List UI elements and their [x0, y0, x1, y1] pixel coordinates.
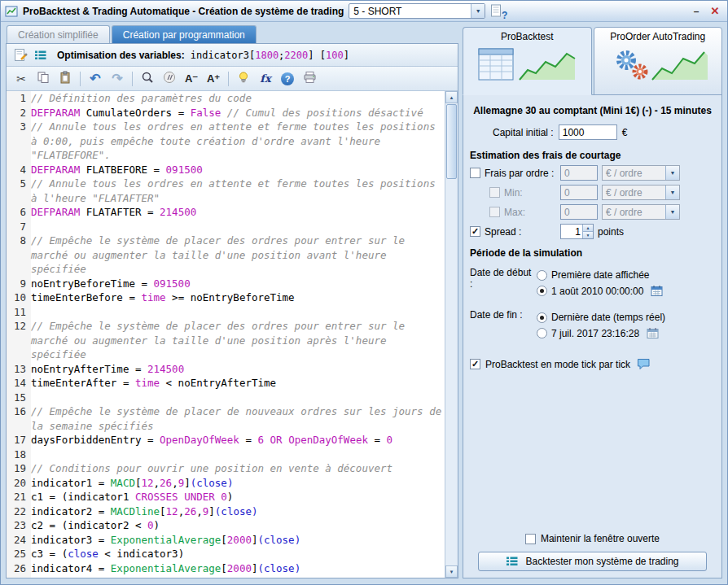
fees-min-unit-select[interactable]: € / ordre ▼ [602, 185, 680, 200]
app-icon [5, 5, 18, 18]
code-line[interactable]: 5// Annule tous les ordres en attente et… [7, 177, 445, 205]
vertical-scrollbar[interactable]: ▲ ▼ [445, 91, 458, 578]
start-first-date-radio[interactable] [537, 270, 547, 281]
tab-proorder-autotrading[interactable]: ProOrder AutoTrading [594, 27, 723, 95]
spread-input[interactable] [561, 225, 582, 238]
code-line[interactable]: 24indicator3 = ExponentialAverage[2000](… [7, 533, 445, 548]
print-button[interactable] [300, 69, 319, 89]
redo-button[interactable]: ↷ [107, 69, 127, 89]
fees-min-checkbox[interactable] [489, 187, 500, 198]
scrollbar-thumb[interactable] [446, 104, 457, 179]
fees-per-order-checkbox[interactable] [470, 168, 480, 178]
code-line[interactable]: 17daysForbiddenEntry = OpenDayOfWeek = 6… [7, 433, 445, 447]
code-line[interactable]: 15 [7, 391, 445, 405]
code-line[interactable]: 12// Empêche le système de placer des or… [7, 319, 445, 362]
code-text: // Empêche le système de placer de nouve… [31, 404, 445, 433]
optimization-settings-icon[interactable] [11, 46, 29, 64]
suggestion-button[interactable] [234, 69, 253, 89]
spread-spin-buttons: ▲ ▼ [582, 225, 593, 238]
chevron-down-icon[interactable]: ▼ [665, 186, 679, 199]
tick-mode-checkbox[interactable]: ✓ [470, 359, 480, 369]
line-number: 26 [7, 561, 31, 576]
optimisation-value[interactable]: indicator3[1800;2200] [100] [191, 50, 349, 61]
fees-max-checkbox[interactable] [489, 207, 500, 217]
speech-bubble-icon[interactable] [637, 358, 651, 370]
code-line[interactable]: 25c3 = (close < indicator3) [7, 547, 445, 561]
toolbar-separator [80, 72, 81, 86]
code-line[interactable]: 10timeEnterBefore = time >= noEntryBefor… [7, 290, 445, 305]
code-line[interactable]: 9noEntryBeforeTime = 091500 [7, 277, 445, 291]
cut-button[interactable]: ✂ [11, 69, 31, 89]
code-line[interactable]: 13noEntryAfterTime = 214500 [7, 362, 445, 377]
capital-input[interactable] [559, 124, 617, 140]
code-line[interactable]: 4DEFPARAM FLATBEFORE = 091500 [7, 163, 445, 177]
tab-creation-programmation[interactable]: Création par programmation [112, 25, 257, 43]
end-custom-date-radio[interactable] [537, 328, 547, 338]
code-line[interactable]: 8// Empêche le système de placer des ord… [7, 234, 445, 277]
code-line[interactable]: 11 [7, 305, 445, 320]
insert-function-button[interactable]: fx [256, 69, 275, 89]
minimize-button[interactable]: – [688, 4, 704, 19]
end-calendar-button[interactable] [647, 327, 660, 339]
fees-max-unit-select[interactable]: € / ordre ▼ [602, 204, 680, 220]
spin-down-button[interactable]: ▼ [583, 231, 593, 238]
fees-unit-value: € / ordre [603, 186, 665, 199]
tab-probacktest[interactable]: ProBacktest [463, 27, 592, 95]
fees-min-input[interactable] [560, 185, 598, 200]
code-text [31, 220, 445, 234]
spin-up-button[interactable]: ▲ [583, 225, 593, 231]
fees-max-input[interactable] [560, 204, 598, 220]
code-line[interactable]: 27indicator5 = ExponentialAverage[2000](… [7, 575, 445, 578]
trading-system-select[interactable]: 5 - SHORT ▼ [349, 3, 485, 19]
mode-tabs: ProBacktest ProOrder AutoTrading [463, 27, 722, 95]
backtest-button[interactable]: Backtester mon système de trading [478, 552, 707, 571]
code-lines[interactable]: 1// Définition des paramètres du code2DE… [7, 91, 445, 578]
decrease-font-button[interactable]: A⁻ [182, 69, 201, 89]
variables-list-icon[interactable] [32, 46, 50, 64]
chevron-down-icon[interactable]: ▼ [665, 205, 679, 219]
close-button[interactable]: ✕ [707, 4, 723, 19]
end-realtime-radio[interactable] [537, 312, 547, 323]
start-custom-date-radio[interactable] [537, 286, 547, 296]
chevron-down-icon[interactable]: ▼ [471, 4, 485, 18]
start-first-date-option: Première date affichée [537, 269, 715, 281]
line-number: 13 [7, 362, 31, 377]
code-line[interactable]: 16// Empêche le système de placer de nou… [7, 404, 445, 433]
spread-checkbox[interactable]: ✓ [470, 226, 480, 237]
start-calendar-button[interactable] [651, 285, 664, 297]
copy-button[interactable] [33, 69, 53, 89]
code-line[interactable]: 2DEFPARAM CumulateOrders = False // Cumu… [7, 106, 445, 120]
fees-min-row: Min: € / ordre ▼ [470, 185, 715, 200]
help-button[interactable]: ? [278, 69, 297, 89]
probacktest-window: ProBacktest & Trading Automatique - Créa… [0, 0, 728, 585]
code-line[interactable]: 14timeEnterAfter = time < noEntryAfterTi… [7, 376, 445, 391]
code-line[interactable]: 21c1 = (indicator1 CROSSES UNDER 0) [7, 490, 445, 504]
help-guide-button[interactable]: ? [490, 3, 507, 20]
code-line[interactable]: 3// Annule tous les ordres en attente et… [7, 120, 445, 163]
code-editor[interactable]: 1// Définition des paramètres du code2DE… [7, 91, 458, 578]
tab-creation-simplifiee[interactable]: Création simplifiée [7, 25, 110, 43]
code-line[interactable]: 22indicator2 = MACDline[12,26,9](close) [7, 504, 445, 519]
code-line[interactable]: 19// Conditions pour ouvrir une position… [7, 461, 445, 476]
code-line[interactable]: 20indicator1 = MACD[12,26,9](close) [7, 476, 445, 491]
undo-button[interactable]: ↶ [86, 69, 105, 89]
down-arrow-glyph: ▼ [670, 190, 676, 195]
fees-per-order-unit-select[interactable]: € / ordre ▼ [602, 165, 680, 181]
chevron-down-icon[interactable]: ▼ [665, 166, 679, 180]
scroll-up-button[interactable]: ▲ [445, 91, 458, 103]
code-line[interactable]: 6DEFPARAM FLATAFTER = 214500 [7, 205, 445, 220]
spread-stepper[interactable]: ▲ ▼ [560, 224, 594, 239]
comment-button[interactable] [160, 69, 179, 89]
paste-button[interactable] [55, 69, 75, 89]
fees-per-order-input[interactable] [560, 165, 598, 181]
increase-font-button[interactable]: A⁺ [204, 69, 223, 89]
code-line[interactable]: 26indicator4 = ExponentialAverage[2000](… [7, 561, 445, 576]
scroll-down-button[interactable]: ▼ [445, 565, 458, 578]
code-line[interactable]: 23c2 = (indicator2 < 0) [7, 518, 445, 533]
scrollbar-track[interactable] [445, 103, 458, 565]
code-line[interactable]: 18 [7, 447, 445, 462]
keep-window-open-checkbox[interactable] [525, 534, 536, 544]
code-line[interactable]: 7 [7, 220, 445, 234]
code-line[interactable]: 1// Définition des paramètres du code [7, 91, 445, 106]
search-button[interactable] [138, 69, 157, 89]
